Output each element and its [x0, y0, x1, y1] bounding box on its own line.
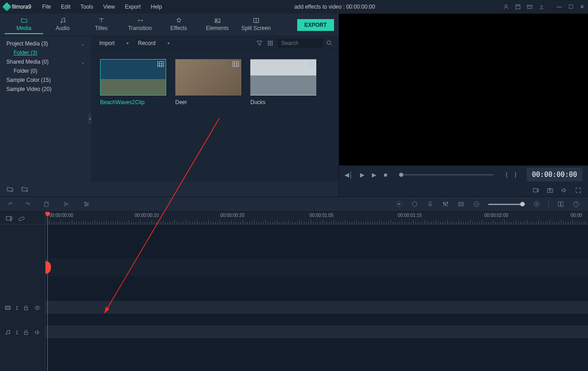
clip-type-icon: [308, 61, 314, 67]
tab-audio[interactable]: Audio: [43, 16, 82, 34]
zoom-in-icon[interactable]: [533, 201, 540, 208]
filter-icon[interactable]: [256, 40, 263, 47]
crop-icon[interactable]: [457, 201, 465, 208]
sidebar-item[interactable]: Sample Color (15): [0, 75, 91, 85]
timeline-ruler[interactable]: 00:00:00:0000:00:00:1000:00:00:2000:00:0…: [46, 212, 588, 225]
render-preview-icon[interactable]: [395, 201, 403, 208]
clip-thumbnail[interactable]: Ducks: [250, 59, 316, 105]
titlebar: filmora9 FileEditToolsViewExportHelp add…: [0, 0, 588, 14]
export-button[interactable]: EXPORT: [297, 19, 334, 31]
sidebar-item[interactable]: Shared Media (0)⌄: [0, 57, 91, 66]
playback-controls: ◀│ ▶ ▶ ■ { } 00:00:00:00: [339, 165, 588, 184]
tab-effects[interactable]: Effects: [159, 16, 198, 34]
menu-bar: FileEditToolsViewExportHelp: [38, 2, 167, 12]
search-wrap: [278, 39, 333, 48]
grid-view-icon[interactable]: [267, 40, 274, 47]
voiceover-icon[interactable]: [426, 201, 434, 208]
svg-point-23: [85, 202, 86, 203]
minimize-button[interactable]: —: [557, 4, 562, 10]
menu-export[interactable]: Export: [121, 2, 146, 12]
add-track-icon[interactable]: [5, 215, 13, 222]
record-dropdown[interactable]: Record▾: [135, 39, 172, 47]
mark-in-out[interactable]: { }: [506, 171, 519, 178]
svg-point-15: [270, 45, 271, 45]
svg-rect-36: [561, 202, 563, 207]
svg-point-3: [61, 21, 62, 23]
audio-track-icon: [5, 329, 11, 336]
search-icon[interactable]: [326, 40, 333, 47]
timeline-body[interactable]: 00:00:00:0000:00:00:1000:00:00:2000:00:0…: [46, 212, 588, 371]
redo-button[interactable]: ↷: [25, 201, 30, 207]
mail-icon[interactable]: [527, 4, 533, 10]
save-icon[interactable]: [515, 4, 521, 10]
tab-transition[interactable]: Transition: [121, 16, 159, 34]
play-backward-button[interactable]: ▶: [360, 171, 365, 178]
audio-track-header[interactable]: 1: [0, 326, 45, 338]
svg-rect-32: [460, 203, 463, 205]
playhead[interactable]: [47, 212, 48, 371]
close-button[interactable]: ✕: [580, 4, 584, 10]
sidebar-item[interactable]: Project Media (3)⌄: [0, 39, 91, 48]
tab-row: MediaAudioTitlesTransitionEffectsElement…: [0, 14, 339, 36]
clip-thumbnail[interactable]: BeachWaves2Clip: [100, 59, 166, 105]
svg-rect-27: [429, 201, 431, 205]
delete-button[interactable]: [43, 201, 50, 208]
snapshot-icon[interactable]: [547, 187, 553, 194]
lock-icon[interactable]: [23, 304, 29, 311]
menu-tools[interactable]: Tools: [76, 2, 98, 12]
track-manager-icon[interactable]: [557, 201, 564, 208]
search-input[interactable]: [278, 39, 323, 48]
adjust-button[interactable]: [83, 201, 90, 208]
menu-view[interactable]: View: [99, 2, 120, 12]
media-library: Import▾ Record▾ BeachWaves2ClipDeerDucks: [91, 36, 339, 182]
maximize-button[interactable]: ☐: [568, 4, 573, 10]
sidebar-item[interactable]: Sample Video (20): [0, 85, 91, 94]
stop-button[interactable]: ■: [384, 171, 387, 178]
new-folder-plus-icon[interactable]: [6, 186, 14, 193]
svg-point-22: [64, 205, 66, 206]
zoom-out-icon[interactable]: [473, 201, 480, 208]
download-icon[interactable]: [538, 4, 545, 10]
svg-rect-19: [547, 189, 553, 192]
tab-titles[interactable]: Titles: [82, 16, 121, 34]
sidebar-item[interactable]: Folder (0): [0, 66, 91, 75]
volume-icon[interactable]: [561, 187, 568, 194]
link-icon[interactable]: [18, 215, 25, 222]
sidebar-item[interactable]: Folder (3): [0, 48, 91, 57]
visibility-icon[interactable]: [34, 304, 41, 311]
play-button[interactable]: ▶: [372, 171, 376, 178]
prev-frame-button[interactable]: ◀│: [345, 171, 353, 178]
help-icon[interactable]: [573, 201, 580, 208]
tab-split-screen[interactable]: Split Screen: [237, 16, 275, 34]
video-track-header[interactable]: 1: [0, 302, 45, 314]
clip-thumbnail[interactable]: Deer: [175, 59, 241, 105]
tab-elements[interactable]: Elements: [198, 16, 237, 34]
marker-icon[interactable]: [411, 201, 418, 208]
undo-button[interactable]: ↶: [8, 201, 13, 207]
svg-point-41: [36, 307, 38, 309]
delete-folder-icon[interactable]: [21, 186, 28, 193]
svg-point-16: [272, 45, 273, 45]
mute-icon[interactable]: [34, 329, 41, 336]
menu-file[interactable]: File: [38, 2, 56, 12]
progress-bar[interactable]: [399, 174, 494, 175]
svg-point-21: [64, 202, 66, 204]
user-icon[interactable]: [503, 4, 509, 10]
sidebar-footer: [0, 182, 339, 196]
sidebar-collapse-button[interactable]: ◂: [88, 114, 91, 124]
tab-media[interactable]: Media: [5, 16, 43, 34]
menu-edit[interactable]: Edit: [56, 2, 75, 12]
menu-help[interactable]: Help: [146, 2, 167, 12]
video-track-lane[interactable]: [46, 301, 588, 314]
audio-mixer-icon[interactable]: [442, 201, 449, 208]
fullscreen-icon[interactable]: [575, 187, 582, 194]
lock-icon[interactable]: [23, 329, 29, 336]
media-panel: MediaAudioTitlesTransitionEffectsElement…: [0, 14, 339, 196]
preview-viewport: [339, 14, 588, 165]
split-button[interactable]: [63, 201, 70, 208]
quality-icon[interactable]: [532, 187, 539, 194]
audio-track-lane[interactable]: [46, 326, 588, 338]
svg-point-8: [268, 41, 269, 42]
zoom-slider[interactable]: [488, 204, 525, 205]
import-dropdown[interactable]: Import▾: [96, 39, 132, 47]
